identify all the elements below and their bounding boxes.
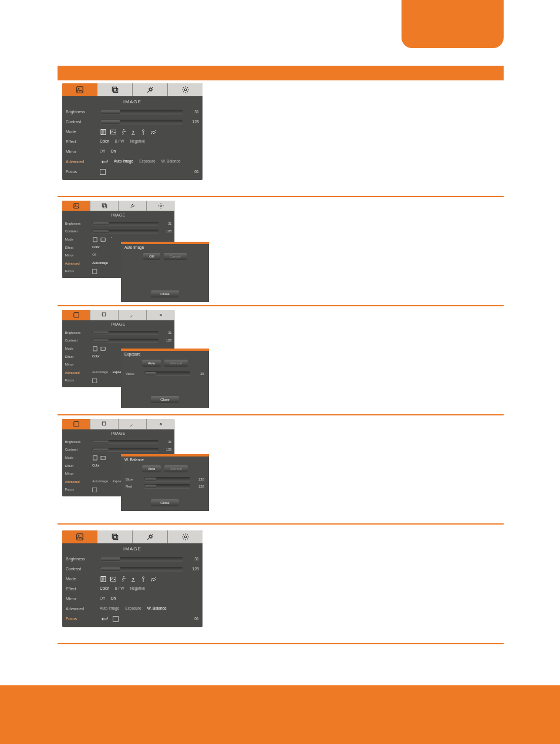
wbalance-blue-slider[interactable]: [144, 477, 190, 482]
wbalance-auto-button[interactable]: Auto: [142, 465, 161, 472]
effect-negative[interactable]: Negative: [130, 140, 145, 144]
row-advanced: IMAGE Brightness 31 Contrast 128 Mode: [58, 83, 504, 201]
row-wbalance-thumb: IMAGE Brightness31 Contrast128 Mode Effe…: [62, 419, 209, 521]
row-focus[interactable]: Focus 01: [66, 167, 199, 177]
exposure-value-slider[interactable]: [144, 371, 190, 376]
tab-image[interactable]: [62, 419, 90, 430]
row-effect[interactable]: Effect Color B / W Negative: [66, 137, 199, 147]
exposure-value: 25: [194, 372, 204, 376]
adv-auto-image[interactable]: Auto Image: [114, 160, 133, 164]
svg-point-1: [78, 88, 79, 89]
row-exposure-thumb: IMAGE Brightness31 Contrast128 Mode Effe…: [62, 310, 209, 412]
tab-tools[interactable]: [118, 310, 146, 320]
capture-icon: [111, 86, 119, 94]
mode-macro-icon[interactable]: [140, 128, 147, 136]
popup-title: W. Balance: [121, 456, 209, 462]
row-contrast[interactable]: Contrast 128: [66, 564, 199, 574]
row-mode[interactable]: Mode: [66, 127, 199, 137]
svg-rect-24: [93, 455, 97, 459]
mode-infinity-icon[interactable]: [150, 576, 157, 583]
tab-image[interactable]: [62, 201, 90, 211]
tab-capture[interactable]: [97, 530, 132, 543]
tab-capture[interactable]: [97, 83, 132, 96]
mode-microscope-icon[interactable]: [130, 576, 137, 583]
popup-exposure: Exposure Auto Manual Value 25 Close: [121, 349, 209, 408]
mode-text-icon[interactable]: [100, 128, 107, 136]
focus-label: Focus: [66, 617, 96, 621]
row-divider: [58, 305, 504, 306]
adv-wbalance[interactable]: W. Balance: [161, 160, 181, 164]
row-contrast[interactable]: Contrast 128: [66, 117, 199, 127]
row-brightness[interactable]: Brightness 31: [66, 554, 199, 564]
row-mirror[interactable]: Mirror Off On: [66, 594, 199, 604]
brightness-value: 31: [186, 110, 199, 114]
osd-tabstrip: [62, 530, 203, 543]
svg-rect-29: [113, 536, 117, 540]
mode-image-icon[interactable]: [110, 576, 117, 583]
mode-infinity-icon[interactable]: [150, 128, 157, 136]
tab-settings[interactable]: [146, 310, 174, 320]
adv-exposure[interactable]: Exposure: [139, 160, 155, 164]
row-focus-item[interactable]: Focus 01: [66, 614, 199, 624]
row-mode[interactable]: Mode: [66, 574, 199, 584]
tab-settings[interactable]: [167, 83, 203, 96]
mode-macro-icon[interactable]: [140, 576, 147, 583]
popup-cancel-button[interactable]: Cancel: [164, 253, 187, 260]
tab-capture[interactable]: [90, 201, 118, 211]
wbalance-red-slider[interactable]: [144, 484, 190, 489]
tab-capture[interactable]: [90, 310, 118, 320]
svg-point-33: [123, 576, 124, 577]
row-mirror[interactable]: Mirror Off On: [66, 147, 199, 157]
row-effect[interactable]: Effect Color B / W Negative: [66, 584, 199, 594]
mode-text-icon[interactable]: [100, 576, 107, 583]
row-brightness[interactable]: Brightness 31: [66, 107, 199, 117]
mode-microscope-icon[interactable]: [130, 128, 137, 136]
popup-close-button[interactable]: Close: [151, 396, 178, 403]
brightness-slider[interactable]: [100, 110, 183, 114]
mode-motion-icon[interactable]: [120, 128, 127, 136]
gear-icon: [181, 86, 190, 94]
effect-color[interactable]: Color: [100, 140, 109, 144]
row-advanced-item[interactable]: Advanced Auto Image Exposure W. Balance: [66, 604, 199, 614]
image-icon: [73, 202, 79, 209]
wbalance-blue-label: Blue: [126, 478, 141, 481]
tab-image[interactable]: [62, 83, 97, 96]
svg-rect-10: [102, 204, 106, 207]
tab-tools[interactable]: [118, 419, 146, 430]
tab-image[interactable]: [62, 530, 97, 543]
tab-tools[interactable]: [132, 83, 167, 96]
row-wbalance: IMAGE Brightness31 Contrast128 Mode Effe…: [58, 419, 504, 526]
row-focus-thumb: IMAGE Brightness 31 Contrast 128 Mode: [62, 530, 203, 627]
popup-ok-button[interactable]: OK: [143, 253, 160, 260]
mirror-on[interactable]: On: [111, 150, 116, 154]
contrast-slider[interactable]: [100, 120, 183, 124]
mode-motion-icon[interactable]: [120, 576, 127, 583]
tab-settings[interactable]: [167, 530, 203, 543]
tab-tools[interactable]: [118, 201, 146, 211]
exposure-manual-button[interactable]: Manual: [164, 360, 188, 367]
popup-close-button[interactable]: Close: [151, 499, 178, 506]
tab-image[interactable]: [62, 310, 90, 320]
tab-settings[interactable]: [146, 419, 174, 430]
footer-band: [0, 685, 560, 744]
wbalance-manual-button[interactable]: Manual: [164, 465, 188, 472]
gear-icon: [181, 533, 190, 541]
svg-point-30: [184, 536, 187, 538]
row-advanced-item[interactable]: Advanced Auto Image Exposure W. Balance: [66, 157, 199, 167]
svg-point-9: [75, 204, 76, 205]
tab-capture[interactable]: [90, 419, 118, 430]
mode-image-icon[interactable]: [110, 128, 117, 136]
tab-settings[interactable]: [146, 201, 174, 211]
popup-close-button[interactable]: Close: [151, 290, 178, 297]
exposure-auto-button[interactable]: Auto: [142, 360, 161, 367]
svg-point-27: [78, 535, 79, 536]
effect-bw[interactable]: B / W: [115, 140, 124, 144]
focus-box-icon: [100, 169, 106, 175]
svg-point-23: [160, 423, 161, 425]
mode-label: Mode: [66, 130, 96, 134]
svg-point-15: [111, 237, 112, 238]
tab-tools[interactable]: [132, 530, 167, 543]
svg-rect-20: [101, 347, 105, 350]
popup-wbalance: W. Balance Auto Manual Blue 128 Red 128 …: [121, 454, 209, 511]
mirror-off[interactable]: Off: [100, 150, 105, 154]
